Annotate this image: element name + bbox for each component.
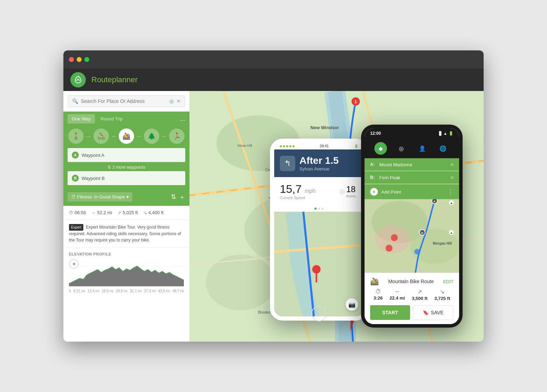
svg-point-36 [386,245,393,252]
connector4: — [162,134,166,139]
phone-white-battery: 🔋 [354,144,358,148]
transport-hike[interactable]: 🌲 [144,128,159,144]
svg-text:▲: ▲ [450,231,453,234]
route-ascent-value: 3,500 ft [412,296,428,301]
transport-bike[interactable]: 🚴 [94,128,109,144]
map-area[interactable]: 1 New Windsor Cornwall-on-Hudson West Po… [189,91,484,342]
signal-dot5 [292,145,295,147]
camera-icon[interactable]: 📷 [346,298,358,311]
route-distance-icon: ↔ [389,288,405,295]
stat-time: ⏱ 06:56 [69,210,86,215]
more-waypoints[interactable]: ⇅ 2 more waypoints [68,163,185,171]
route-stat-time: ⏱ 3:26 [374,288,383,301]
nav-globe-icon[interactable]: 🌐 [437,142,449,155]
elevation-chart: ★ 0 6.21 mi [69,259,184,294]
tab-one-way[interactable]: One Way [68,114,95,124]
signal-dot1 [280,145,282,147]
distance-icon: ↔ [92,210,96,215]
waypoint-b-label: B [72,175,79,182]
speed-main: 15,7 mph Current Speed [280,183,334,200]
route-actions: START 🔖 SAVE [370,305,453,320]
black-wp-a-menu[interactable]: ≡ [451,162,453,167]
start-button[interactable]: START [370,305,410,320]
black-phone-map-svg: A B Morgan Hi [365,199,459,273]
minimize-button[interactable] [77,57,82,62]
app-navbar: Routeplanner [63,69,484,91]
black-nav-bar: ◆ ◎ 👤 🌐 [365,139,459,158]
fitness-swap-icon[interactable]: ⇅ [171,193,176,201]
more-options[interactable]: ... [180,115,185,122]
transport-mountain-bike[interactable]: 🚵 [119,128,134,144]
clear-icon[interactable]: ✕ [176,98,181,104]
add-point-more[interactable]: ⋮ [447,188,453,196]
location-icon[interactable]: ◎ [169,98,174,104]
black-waypoints: A: Mount Madonna ≡ B: Fern Peak ≡ [365,158,459,199]
nav-turn-arrow: ↰ [280,156,295,171]
route-bike-icon: 🚵 [370,277,379,286]
route-descent-value: 3,725 ft [434,296,450,301]
waypoints-section: A Waypoint A ⇅ 2 more waypoints B Waypoi… [63,148,189,189]
fitness-clock-icon: ⏱ [71,194,76,200]
avg-value: 18 [346,184,358,194]
nav-route-icon[interactable]: ◆ [374,142,387,155]
description-section: Expert Expert Mountain Bike Tour. Very g… [63,220,189,248]
close-button[interactable] [69,57,74,62]
elevation-section: ELEVATION PROFILE ★ [63,248,189,298]
svg-point-26 [312,265,321,273]
indicator-dots [274,205,364,212]
elevation-svg [69,259,184,287]
svg-text:B: B [421,231,423,234]
nav-card: ↰ After 1.5 Sylvan Avenue [274,149,364,177]
black-wp-b-name: Fern Peak [379,175,447,180]
black-waypoint-b[interactable]: B: Fern Peak ≡ [365,171,459,184]
search-input-wrap[interactable]: 🔍 ◎ ✕ [68,95,185,107]
svg-text:1: 1 [354,99,357,104]
route-distance-value: 22.4 mi [389,295,405,301]
route-descent-icon: ↘ [434,288,450,295]
home-button[interactable] [311,306,327,321]
waypoint-a-row[interactable]: A Waypoint A [68,148,185,162]
route-tabs: One Way Round Trip ... [63,112,189,126]
nav-profile-icon[interactable]: 👤 [416,142,429,155]
maximize-button[interactable] [84,57,89,62]
fitness-select[interactable]: ⏱ Fitness: In Good Shape ▾ [68,192,132,202]
waypoint-b-row[interactable]: B Waypoint B [68,171,185,185]
indicator-dot1 [314,208,317,210]
indicator-dot2 [318,208,320,210]
black-wp-b-menu[interactable]: ≡ [451,175,453,180]
tab-round-trip[interactable]: Round Trip [96,114,127,124]
phone-status-black: 12:00 ▊ ▲ 🔋 [365,128,459,139]
app-container: Routeplanner 🔍 ◎ ✕ One Way Round [63,69,484,342]
black-add-point[interactable]: + Add Point ⋮ [365,184,459,199]
black-status-icons: ▊ ▲ 🔋 [439,131,453,136]
save-button[interactable]: 🔖 SAVE [413,305,453,320]
transport-walk[interactable]: 🚶 [68,128,84,144]
route-edit-button[interactable]: EDIT [443,279,453,284]
connector3: — [137,134,141,139]
nav-location-icon[interactable]: ◎ [395,142,408,155]
black-waypoint-a[interactable]: A: Mount Madonna ≡ [365,158,459,171]
stat-distance: ↔ 52.2 mi [92,210,112,215]
speed-value: 15,7 mph [280,183,334,196]
sidebar: 🔍 ◎ ✕ One Way Round Trip ... 🚶 — � [63,91,189,342]
speed-label: Current Speed [280,196,334,200]
mac-window: Routeplanner 🔍 ◎ ✕ One Way Round [63,50,484,342]
speed-unit: mph [305,188,316,194]
fitness-add-icon[interactable]: ＋ [179,193,185,201]
elevation-title: ELEVATION PROFILE [69,252,184,256]
phone-status-white: 09:41 🔋 [274,143,364,149]
app-logo [70,72,86,88]
phone-signal-dots [280,145,295,147]
phones-container: 09:41 🔋 ↰ After 1.5 Sylvan Avenue [270,125,463,328]
search-input[interactable] [81,98,167,104]
phone-map-white: 📷 [274,212,364,316]
signal-dot4 [289,145,291,147]
speed-card: 15,7 mph Current Speed ◎ 18 [274,177,364,205]
search-icon: 🔍 [72,98,78,104]
transport-icons: 🚶 — 🚴 — 🚵 — 🌲 — 🏃 [63,126,189,148]
black-wp-a-name: Mount Madonna [379,162,447,167]
transport-run[interactable]: 🏃 [169,128,185,144]
time-icon: ⏱ [69,210,73,215]
stat-distance-value: 52.2 mi [97,210,112,215]
signal-dot2 [283,145,285,147]
